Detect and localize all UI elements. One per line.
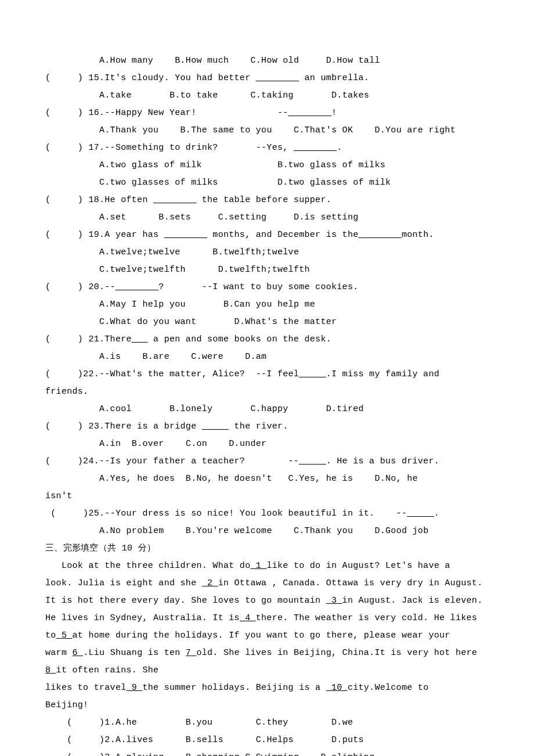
q14-options: A.How many B.How much C.How old D.How ta… — [45, 52, 489, 70]
q25-options: A.No problem B.You're welcome C.Thank yo… — [45, 523, 489, 540]
q15-options: A.take B.to take C.taking D.takes — [45, 87, 489, 105]
q19-stem: ( ) 19.A year has ________ months, and D… — [45, 226, 489, 244]
q17-options-2: C.two glasses of milks D.two glasses of … — [45, 174, 489, 192]
q20-options-2: C.What do you want D.What's the matter — [45, 314, 489, 331]
cloze-line7: 8 it often rains. She — [45, 662, 489, 679]
q15-stem: ( ) 15.It's cloudy. You had better _____… — [45, 70, 489, 87]
cloze-line3: It is hot there every day. She loves to … — [45, 592, 489, 610]
q21-stem: ( ) 21.There___ a pen and some books on … — [45, 331, 489, 348]
cloze-line4: He lives in Sydney, Australia. It is 4 t… — [45, 610, 489, 627]
q19-options-2: C.twelve;twelfth D.twelfth;twelfth — [45, 261, 489, 279]
q23-stem: ( ) 23.There is a bridge _____ the river… — [45, 418, 489, 435]
q16-stem: ( ) 16.--Happy New Year! --________! — [45, 105, 489, 122]
q18-stem: ( ) 18.He often ________ the table befor… — [45, 192, 489, 209]
q17-stem: ( ) 17.--Something to drink? --Yes, ____… — [45, 139, 489, 157]
cloze-line9: Beijing! — [45, 697, 489, 714]
q25-stem: ( )25.--Your dress is so nice! You look … — [45, 505, 489, 523]
q16-options: A.Thank you B.The same to you C.That's O… — [45, 122, 489, 139]
c1-options: ( )1.A.he B.you C.they D.we — [45, 714, 489, 732]
cloze-line2: look. Julia is eight and she 2 in Ottawa… — [45, 575, 489, 592]
cloze-line8: likes to travel 9 the summer holidays. B… — [45, 679, 489, 697]
q18-options: A.set B.sets C.setting D.is setting — [45, 209, 489, 226]
cloze-line5: to 5 at home during the holidays. If you… — [45, 627, 489, 645]
q22-options: A.cool B.lonely C.happy D.tired — [45, 401, 489, 418]
q24-options: A.Yes, he does B.No, he doesn't C.Yes, h… — [45, 470, 489, 488]
q22-cont: friends. — [45, 383, 489, 401]
c2-options: ( )2.A.lives B.sells C.Helps D.puts — [45, 732, 489, 749]
q21-options: A.is B.are C.were D.am — [45, 348, 489, 366]
q24-cont: isn't — [45, 488, 489, 505]
cloze-line1: Look at the three children. What do 1 li… — [45, 557, 489, 575]
q19-options-1: A.twelve;twelve B.twelfth;twelve — [45, 244, 489, 261]
q23-options: A.in B.over C.on D.under — [45, 435, 489, 453]
section3-title: 三、完形填空（共 10 分） — [45, 540, 489, 557]
q20-stem: ( ) 20.--________? --I want to buy some … — [45, 279, 489, 296]
q20-options-1: A.May I help you B.Can you help me — [45, 296, 489, 314]
cloze-line6: warm 6 .Liu Shuang is ten 7 old. She liv… — [45, 645, 489, 662]
q17-options-1: A.two glass of milk B.two glass of milks — [45, 157, 489, 174]
q24-stem: ( )24.--Is your father a teacher? --____… — [45, 453, 489, 470]
q22-stem: ( )22.--What's the matter, Alice? --I fe… — [45, 366, 489, 383]
c3-options: ( )3.A.playing B.shopping C.Swimming D.c… — [45, 749, 489, 756]
